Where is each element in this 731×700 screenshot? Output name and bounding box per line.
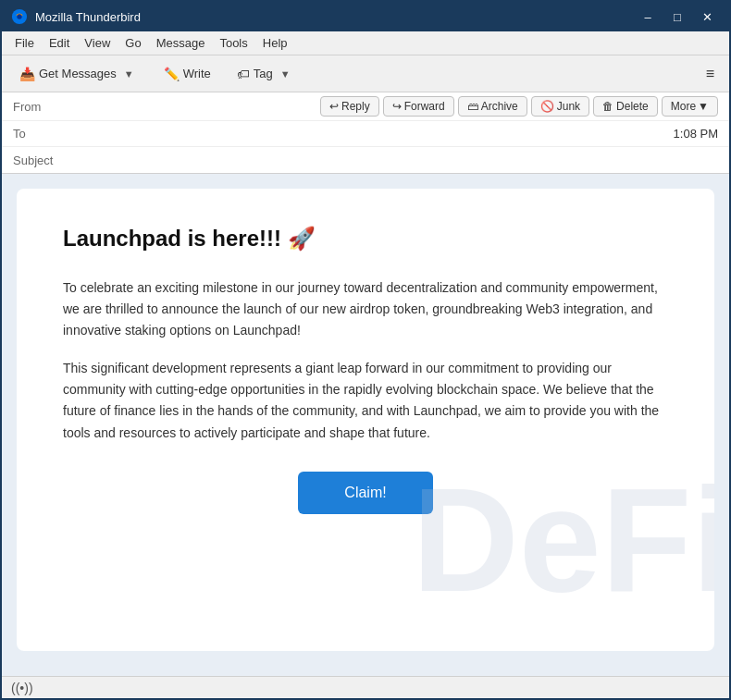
delete-button[interactable]: 🗑 Delete xyxy=(593,96,658,117)
subject-label: Subject xyxy=(13,154,68,167)
write-label: Write xyxy=(183,67,211,80)
statusbar: ((•)) xyxy=(2,676,729,698)
tag-icon: 🏷 xyxy=(237,67,250,81)
tag-dropdown-icon[interactable]: ▼ xyxy=(277,65,294,83)
from-row: From ↩ Reply ↪ Forward 🗃 Archive 🚫 Junk xyxy=(2,92,729,121)
email-paragraph-1: To celebrate an exciting milestone in ou… xyxy=(63,277,668,341)
close-button[interactable]: ✕ xyxy=(694,7,720,26)
forward-icon: ↪ xyxy=(392,100,402,113)
junk-label: Junk xyxy=(557,100,580,113)
reply-label: Reply xyxy=(341,100,370,113)
junk-icon: 🚫 xyxy=(540,100,554,113)
reply-icon: ↩ xyxy=(329,100,339,113)
more-dropdown-icon: ▼ xyxy=(698,100,709,113)
archive-icon: 🗃 xyxy=(467,100,478,113)
tag-button[interactable]: 🏷 Tag ▼ xyxy=(227,60,304,88)
menu-help[interactable]: Help xyxy=(255,34,295,52)
to-row: To 1:08 PM xyxy=(2,121,729,147)
archive-label: Archive xyxy=(481,100,518,113)
email-content-area: DeFi Launchpad is here!!! 🚀 To celebrate… xyxy=(2,174,729,676)
email-time: 1:08 PM xyxy=(674,127,718,141)
tag-label: Tag xyxy=(254,67,273,80)
svg-point-1 xyxy=(17,14,21,18)
email-body: To celebrate an exciting milestone in ou… xyxy=(63,277,668,444)
menu-view[interactable]: View xyxy=(77,34,118,52)
titlebar: Mozilla Thunderbird – □ ✕ xyxy=(2,2,729,31)
thunderbird-icon xyxy=(11,8,28,25)
inbox-icon: 📥 xyxy=(19,67,35,81)
email-title: Launchpad is here!!! 🚀 xyxy=(63,226,668,252)
write-icon: ✏️ xyxy=(164,67,180,81)
maximize-button[interactable]: □ xyxy=(664,7,690,26)
email-headers: From ↩ Reply ↪ Forward 🗃 Archive 🚫 Junk xyxy=(2,92,729,174)
menu-file[interactable]: File xyxy=(7,34,42,52)
delete-label: Delete xyxy=(616,100,649,113)
window-controls: – □ ✕ xyxy=(635,7,720,26)
email-paragraph-2: This significant development represents … xyxy=(63,358,668,443)
subject-row: Subject xyxy=(2,147,729,173)
from-label: From xyxy=(13,100,68,114)
reply-button[interactable]: ↩ Reply xyxy=(320,96,379,117)
more-label: More xyxy=(671,100,696,113)
more-button[interactable]: More ▼ xyxy=(662,96,718,117)
hamburger-button[interactable]: ≡ xyxy=(699,62,722,86)
archive-button[interactable]: 🗃 Archive xyxy=(458,96,527,117)
menu-go[interactable]: Go xyxy=(118,34,148,52)
get-messages-button[interactable]: 📥 Get Messages ▼ xyxy=(9,60,148,88)
main-window: Mozilla Thunderbird – □ ✕ File Edit View… xyxy=(0,0,731,700)
email-card: DeFi Launchpad is here!!! 🚀 To celebrate… xyxy=(17,189,714,651)
get-messages-label: Get Messages xyxy=(39,67,117,80)
titlebar-left: Mozilla Thunderbird xyxy=(11,8,141,25)
get-messages-dropdown-icon[interactable]: ▼ xyxy=(120,65,138,83)
menu-message[interactable]: Message xyxy=(149,34,213,52)
window-title: Mozilla Thunderbird xyxy=(35,10,141,24)
junk-button[interactable]: 🚫 Junk xyxy=(531,96,589,117)
connection-icon: ((•)) xyxy=(11,681,33,695)
menu-edit[interactable]: Edit xyxy=(42,34,77,52)
menubar: File Edit View Go Message Tools Help xyxy=(2,31,729,55)
forward-label: Forward xyxy=(404,100,445,113)
minimize-button[interactable]: – xyxy=(635,7,661,26)
email-action-buttons: ↩ Reply ↪ Forward 🗃 Archive 🚫 Junk 🗑 xyxy=(320,96,718,117)
forward-button[interactable]: ↪ Forward xyxy=(383,96,454,117)
menu-tools[interactable]: Tools xyxy=(212,34,254,52)
toolbar: 📥 Get Messages ▼ ✏️ Write 🏷 Tag ▼ ≡ xyxy=(2,55,729,92)
to-label: To xyxy=(13,127,68,141)
watermark-text: DeFi xyxy=(412,466,714,614)
write-button[interactable]: ✏️ Write xyxy=(154,62,221,86)
delete-icon: 🗑 xyxy=(602,100,613,113)
